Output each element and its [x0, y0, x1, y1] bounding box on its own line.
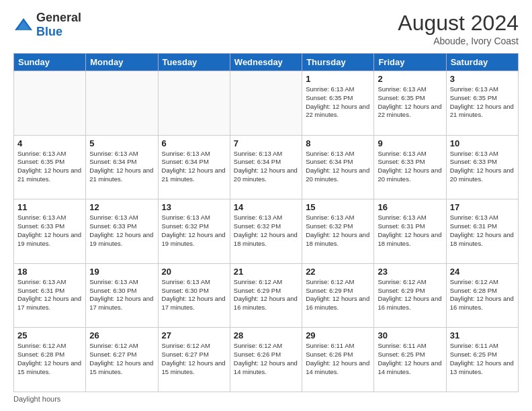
- cell-content: Sunrise: 6:12 AM Sunset: 6:29 PM Dayligh…: [306, 278, 370, 312]
- logo-text: General Blue: [36, 11, 81, 39]
- day-number: 30: [378, 330, 442, 340]
- day-number: 20: [162, 267, 226, 277]
- calendar-cell: 6Sunrise: 6:13 AM Sunset: 6:34 PM Daylig…: [158, 135, 230, 199]
- cell-content: Sunrise: 6:13 AM Sunset: 6:32 PM Dayligh…: [162, 214, 226, 248]
- cell-content: Sunrise: 6:13 AM Sunset: 6:35 PM Dayligh…: [450, 85, 515, 120]
- cell-content: Sunrise: 6:13 AM Sunset: 6:34 PM Dayligh…: [162, 150, 226, 184]
- calendar-week-row: 11Sunrise: 6:13 AM Sunset: 6:33 PM Dayli…: [14, 199, 519, 264]
- weekday-header-wednesday: Wednesday: [230, 54, 302, 71]
- header: General Blue August 2024 Aboude, Ivory C…: [13, 11, 519, 46]
- day-number: 23: [378, 267, 442, 277]
- weekday-header-friday: Friday: [374, 54, 446, 71]
- weekday-header-tuesday: Tuesday: [158, 54, 230, 71]
- weekday-header-thursday: Thursday: [302, 54, 374, 71]
- calendar-cell: [86, 71, 158, 136]
- calendar-cell: [158, 71, 230, 136]
- day-number: 13: [162, 202, 226, 212]
- cell-content: Sunrise: 6:13 AM Sunset: 6:30 PM Dayligh…: [89, 278, 154, 312]
- day-number: 4: [17, 138, 82, 148]
- cell-content: Sunrise: 6:13 AM Sunset: 6:34 PM Dayligh…: [234, 150, 298, 184]
- logo: General Blue: [13, 11, 81, 39]
- cell-content: Sunrise: 6:13 AM Sunset: 6:31 PM Dayligh…: [378, 214, 442, 248]
- calendar-week-row: 18Sunrise: 6:13 AM Sunset: 6:31 PM Dayli…: [14, 263, 519, 328]
- calendar-cell: 14Sunrise: 6:13 AM Sunset: 6:32 PM Dayli…: [230, 199, 302, 264]
- logo-general: General: [36, 11, 81, 24]
- day-number: 7: [234, 138, 298, 148]
- logo-icon: [13, 17, 34, 33]
- weekday-header-saturday: Saturday: [446, 54, 518, 71]
- calendar-table: SundayMondayTuesdayWednesdayThursdayFrid…: [13, 53, 519, 392]
- footer-note: Daylight hours: [13, 395, 519, 403]
- page: General Blue August 2024 Aboude, Ivory C…: [0, 0, 532, 411]
- day-number: 12: [89, 202, 154, 212]
- cell-content: Sunrise: 6:11 AM Sunset: 6:25 PM Dayligh…: [378, 342, 442, 376]
- cell-content: Sunrise: 6:12 AM Sunset: 6:27 PM Dayligh…: [162, 342, 226, 376]
- day-number: 1: [306, 74, 370, 84]
- calendar-cell: 7Sunrise: 6:13 AM Sunset: 6:34 PM Daylig…: [230, 135, 302, 199]
- calendar-cell: 16Sunrise: 6:13 AM Sunset: 6:31 PM Dayli…: [374, 199, 446, 264]
- day-number: 17: [450, 202, 515, 212]
- day-number: 16: [378, 202, 442, 212]
- day-number: 21: [234, 267, 298, 277]
- calendar-cell: 22Sunrise: 6:12 AM Sunset: 6:29 PM Dayli…: [302, 263, 374, 328]
- day-number: 27: [162, 330, 226, 340]
- calendar-cell: 9Sunrise: 6:13 AM Sunset: 6:33 PM Daylig…: [374, 135, 446, 199]
- cell-content: Sunrise: 6:13 AM Sunset: 6:34 PM Dayligh…: [89, 150, 154, 184]
- calendar-cell: 8Sunrise: 6:13 AM Sunset: 6:34 PM Daylig…: [302, 135, 374, 199]
- day-number: 22: [306, 267, 370, 277]
- calendar-cell: 15Sunrise: 6:13 AM Sunset: 6:32 PM Dayli…: [302, 199, 374, 264]
- cell-content: Sunrise: 6:13 AM Sunset: 6:33 PM Dayligh…: [450, 150, 515, 184]
- calendar-cell: 4Sunrise: 6:13 AM Sunset: 6:35 PM Daylig…: [14, 135, 86, 199]
- day-number: 31: [450, 330, 515, 340]
- day-number: 9: [378, 138, 442, 148]
- calendar-cell: 29Sunrise: 6:11 AM Sunset: 6:26 PM Dayli…: [302, 328, 374, 392]
- cell-content: Sunrise: 6:12 AM Sunset: 6:28 PM Dayligh…: [450, 278, 515, 312]
- calendar-cell: 10Sunrise: 6:13 AM Sunset: 6:33 PM Dayli…: [446, 135, 518, 199]
- cell-content: Sunrise: 6:11 AM Sunset: 6:26 PM Dayligh…: [306, 342, 370, 376]
- day-number: 10: [450, 138, 515, 148]
- cell-content: Sunrise: 6:13 AM Sunset: 6:33 PM Dayligh…: [17, 214, 82, 248]
- cell-content: Sunrise: 6:13 AM Sunset: 6:33 PM Dayligh…: [89, 214, 154, 248]
- calendar-week-row: 1Sunrise: 6:13 AM Sunset: 6:35 PM Daylig…: [14, 71, 519, 136]
- calendar-cell: 18Sunrise: 6:13 AM Sunset: 6:31 PM Dayli…: [14, 263, 86, 328]
- day-number: 5: [89, 138, 154, 148]
- day-number: 6: [162, 138, 226, 148]
- calendar-cell: [230, 71, 302, 136]
- day-number: 11: [17, 202, 82, 212]
- calendar-cell: 3Sunrise: 6:13 AM Sunset: 6:35 PM Daylig…: [446, 71, 518, 136]
- calendar-cell: 23Sunrise: 6:12 AM Sunset: 6:29 PM Dayli…: [374, 263, 446, 328]
- calendar-cell: 26Sunrise: 6:12 AM Sunset: 6:27 PM Dayli…: [86, 328, 158, 392]
- calendar-cell: 13Sunrise: 6:13 AM Sunset: 6:32 PM Dayli…: [158, 199, 230, 264]
- calendar-cell: 24Sunrise: 6:12 AM Sunset: 6:28 PM Dayli…: [446, 263, 518, 328]
- cell-content: Sunrise: 6:13 AM Sunset: 6:34 PM Dayligh…: [306, 150, 370, 184]
- cell-content: Sunrise: 6:13 AM Sunset: 6:30 PM Dayligh…: [162, 278, 226, 312]
- calendar-cell: 17Sunrise: 6:13 AM Sunset: 6:31 PM Dayli…: [446, 199, 518, 264]
- cell-content: Sunrise: 6:12 AM Sunset: 6:26 PM Dayligh…: [234, 342, 298, 376]
- cell-content: Sunrise: 6:13 AM Sunset: 6:32 PM Dayligh…: [234, 214, 298, 248]
- day-number: 14: [234, 202, 298, 212]
- cell-content: Sunrise: 6:13 AM Sunset: 6:35 PM Dayligh…: [17, 150, 82, 184]
- day-number: 25: [17, 330, 82, 340]
- calendar-cell: 30Sunrise: 6:11 AM Sunset: 6:25 PM Dayli…: [374, 328, 446, 392]
- cell-content: Sunrise: 6:13 AM Sunset: 6:32 PM Dayligh…: [306, 214, 370, 248]
- day-number: 26: [89, 330, 154, 340]
- calendar-cell: [14, 71, 86, 136]
- day-number: 8: [306, 138, 370, 148]
- day-number: 18: [17, 267, 82, 277]
- day-number: 15: [306, 202, 370, 212]
- cell-content: Sunrise: 6:12 AM Sunset: 6:27 PM Dayligh…: [89, 342, 154, 376]
- cell-content: Sunrise: 6:12 AM Sunset: 6:28 PM Dayligh…: [17, 342, 82, 376]
- day-number: 24: [450, 267, 515, 277]
- cell-content: Sunrise: 6:12 AM Sunset: 6:29 PM Dayligh…: [234, 278, 298, 312]
- location: Aboude, Ivory Coast: [398, 36, 519, 46]
- day-number: 19: [89, 267, 154, 277]
- day-number: 29: [306, 330, 370, 340]
- cell-content: Sunrise: 6:13 AM Sunset: 6:31 PM Dayligh…: [450, 214, 515, 248]
- calendar-cell: 20Sunrise: 6:13 AM Sunset: 6:30 PM Dayli…: [158, 263, 230, 328]
- calendar-cell: 25Sunrise: 6:12 AM Sunset: 6:28 PM Dayli…: [14, 328, 86, 392]
- title-block: August 2024 Aboude, Ivory Coast: [398, 11, 519, 46]
- weekday-header-sunday: Sunday: [14, 54, 86, 71]
- cell-content: Sunrise: 6:11 AM Sunset: 6:25 PM Dayligh…: [450, 342, 515, 376]
- cell-content: Sunrise: 6:13 AM Sunset: 6:33 PM Dayligh…: [378, 150, 442, 184]
- weekday-header-monday: Monday: [86, 54, 158, 71]
